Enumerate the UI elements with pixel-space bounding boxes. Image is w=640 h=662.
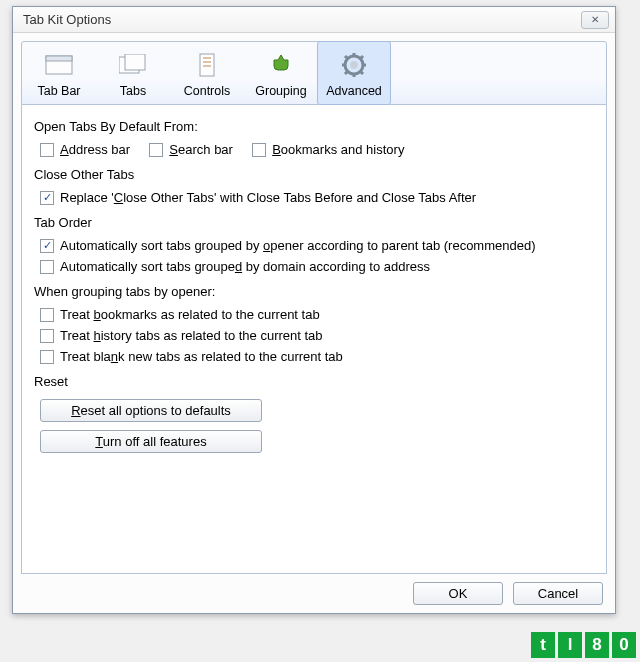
tab-tab-bar[interactable]: Tab Bar <box>22 42 96 104</box>
section-reset: Reset <box>34 374 594 389</box>
grouping-icon <box>266 50 296 80</box>
svg-rect-4 <box>200 54 214 76</box>
titlebar: Tab Kit Options ✕ <box>13 7 615 33</box>
cancel-button[interactable]: Cancel <box>513 582 603 605</box>
checkbox-address-bar[interactable] <box>40 143 54 157</box>
controls-icon <box>192 50 222 80</box>
treat-bookmarks-row: Treat bookmarks as related to the curren… <box>34 307 594 322</box>
tabstrip: Tab Bar Tabs Controls Grouping <box>21 41 607 105</box>
ok-button[interactable]: OK <box>413 582 503 605</box>
advanced-panel: Open Tabs By Default From: Address bar S… <box>21 105 607 574</box>
svg-line-14 <box>345 56 348 59</box>
tab-advanced[interactable]: Advanced <box>317 41 391 105</box>
tab-order-opener-row: Automatically sort tabs grouped by opene… <box>34 238 594 253</box>
section-when-grouping: When grouping tabs by opener: <box>34 284 594 299</box>
dialog-footer: OK Cancel <box>21 574 607 605</box>
svg-rect-1 <box>46 56 72 61</box>
label-treat-history: Treat history tabs as related to the cur… <box>60 328 323 343</box>
label-treat-blank: Treat blank new tabs as related to the c… <box>60 349 343 364</box>
dialog-body: Tab Bar Tabs Controls Grouping <box>13 33 615 613</box>
tab-grouping[interactable]: Grouping <box>244 42 318 104</box>
checkbox-replace-close-other[interactable] <box>40 191 54 205</box>
watermark-char: 0 <box>612 632 636 658</box>
treat-blank-row: Treat blank new tabs as related to the c… <box>34 349 594 364</box>
tabs-icon <box>118 50 148 80</box>
label-address-bar: Address bar <box>60 142 130 157</box>
svg-line-16 <box>360 56 363 59</box>
open-tabs-row: Address bar Search bar Bookmarks and his… <box>34 142 594 157</box>
watermark-char: t <box>531 632 555 658</box>
label-treat-bookmarks: Treat bookmarks as related to the curren… <box>60 307 320 322</box>
close-other-row: Replace 'Close Other Tabs' with Close Ta… <box>34 190 594 205</box>
window-title: Tab Kit Options <box>23 12 581 27</box>
options-dialog: Tab Kit Options ✕ Tab Bar Tabs <box>12 6 616 614</box>
label-replace-close-other: Replace 'Close Other Tabs' with Close Ta… <box>60 190 476 205</box>
label-bookmarks-history: Bookmarks and history <box>272 142 404 157</box>
checkbox-bookmarks-history[interactable] <box>252 143 266 157</box>
checkbox-sort-by-domain[interactable] <box>40 260 54 274</box>
svg-line-15 <box>360 71 363 74</box>
turn-off-button[interactable]: Turn off all features <box>40 430 262 453</box>
gear-icon <box>339 50 369 80</box>
checkbox-treat-bookmarks[interactable] <box>40 308 54 322</box>
watermark-char: l <box>558 632 582 658</box>
checkbox-treat-history[interactable] <box>40 329 54 343</box>
tab-label: Grouping <box>255 84 306 98</box>
tab-label: Controls <box>184 84 231 98</box>
svg-line-17 <box>345 71 348 74</box>
tab-bar-icon <box>44 50 74 80</box>
svg-point-9 <box>350 61 358 69</box>
watermark-char: 8 <box>585 632 609 658</box>
section-open-tabs: Open Tabs By Default From: <box>34 119 594 134</box>
reset-all-button[interactable]: Reset all options to defaults <box>40 399 262 422</box>
close-button[interactable]: ✕ <box>581 11 609 29</box>
tab-label: Tab Bar <box>37 84 80 98</box>
checkbox-sort-by-opener[interactable] <box>40 239 54 253</box>
tab-label: Tabs <box>120 84 146 98</box>
section-close-other: Close Other Tabs <box>34 167 594 182</box>
watermark: t l 8 0 <box>531 632 636 658</box>
checkbox-treat-blank[interactable] <box>40 350 54 364</box>
svg-rect-3 <box>125 54 145 70</box>
section-tab-order: Tab Order <box>34 215 594 230</box>
label-sort-by-domain: Automatically sort tabs grouped by domai… <box>60 259 430 274</box>
tab-controls[interactable]: Controls <box>170 42 244 104</box>
close-icon: ✕ <box>591 14 599 25</box>
treat-history-row: Treat history tabs as related to the cur… <box>34 328 594 343</box>
label-sort-by-opener: Automatically sort tabs grouped by opene… <box>60 238 536 253</box>
label-search-bar: Search bar <box>169 142 233 157</box>
tab-label: Advanced <box>326 84 382 98</box>
checkbox-search-bar[interactable] <box>149 143 163 157</box>
tab-order-domain-row: Automatically sort tabs grouped by domai… <box>34 259 594 274</box>
tab-tabs[interactable]: Tabs <box>96 42 170 104</box>
